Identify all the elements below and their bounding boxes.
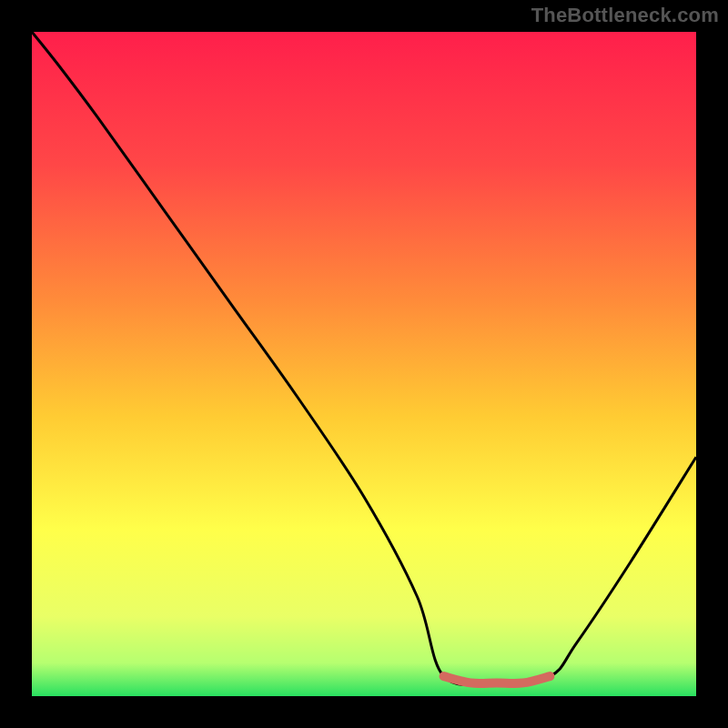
background-gradient [32,32,696,696]
watermark-text: TheBottleneck.com [531,4,719,27]
chart-stage: TheBottleneck.com [0,0,728,728]
gradient-rect [32,32,696,696]
plot-area [32,32,696,696]
